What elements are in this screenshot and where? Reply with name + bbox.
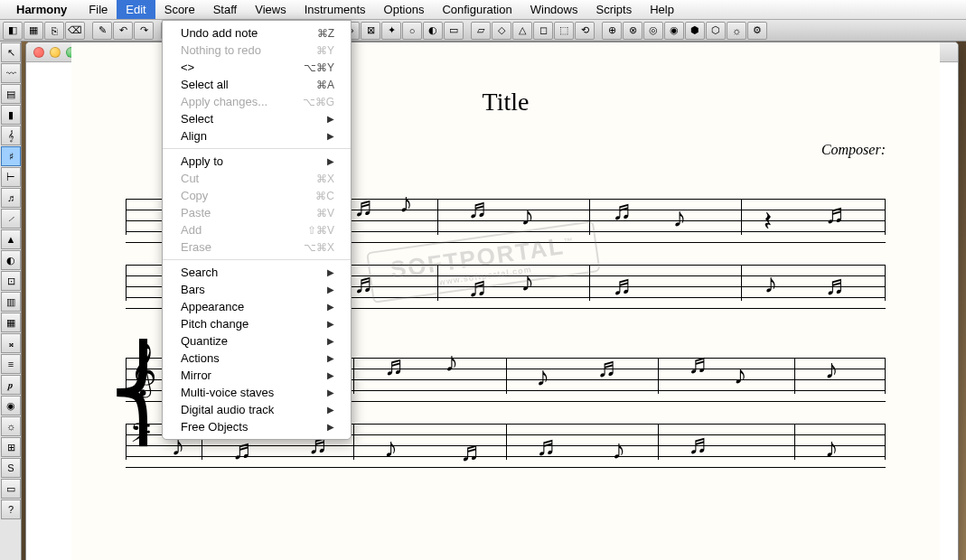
toolbar-button-17[interactable]: ✦ [381,22,401,40]
toolbar-button-23[interactable]: △ [512,22,532,40]
menuitem-erase: Erase⌥⌘X [163,238,351,256]
menuitem-select-all[interactable]: Select all⌘A [163,76,351,93]
menuitem-pitch-change[interactable]: Pitch change▶ [163,315,351,332]
toolbar-button-5[interactable]: ↶ [113,22,133,40]
palette-tool-6[interactable]: ⊢ [1,167,21,187]
palette-tool-10[interactable]: ◐ [1,250,21,270]
menu-configuration[interactable]: Configuration [433,0,521,19]
menuitem-actions[interactable]: Actions▶ [163,350,351,367]
toolbar-button-24[interactable]: ◻ [533,22,553,40]
menuitem-appearance[interactable]: Appearance▶ [163,298,351,315]
menu-edit[interactable]: Edit [117,0,155,19]
toolbar-button-19[interactable]: ◐ [423,22,443,40]
palette-tool-7[interactable]: ♬ [1,188,21,208]
palette-tool-8[interactable]: ⟋ [1,209,21,229]
toolbar-button-27[interactable]: ⊕ [602,22,622,40]
submenu-arrow-icon: ▶ [327,302,334,312]
palette-tool-17[interactable]: ◉ [1,396,21,415]
submenu-arrow-icon: ▶ [327,131,334,141]
toolbar-button-0[interactable]: ◧ [3,22,23,40]
menu-views[interactable]: Views [246,0,295,19]
palette-tool-14[interactable]: 𝄪 [1,333,21,353]
toolbar-button-32[interactable]: ⬡ [706,22,726,40]
submenu-arrow-icon: ▶ [327,319,334,329]
menuitem-copy: Copy⌘C [163,187,351,204]
shortcut-label: ⌘Z [317,27,334,40]
menu-file[interactable]: File [80,0,117,19]
toolbar-button-18[interactable]: ○ [402,22,422,40]
toolbar-button-34[interactable]: ⚙ [747,22,767,40]
palette-tool-11[interactable]: ⊡ [1,271,21,291]
menu-windows[interactable]: Windows [521,0,587,19]
menuitem-bars[interactable]: Bars▶ [163,281,351,298]
menu-separator [163,259,351,260]
toolbar-button-4[interactable]: ✎ [92,22,112,40]
toolbar-button-6[interactable]: ↷ [134,22,154,40]
close-button[interactable] [33,47,44,58]
submenu-arrow-icon: ▶ [327,285,334,294]
menuitem-search[interactable]: Search▶ [163,264,351,281]
toolbar-button-20[interactable]: ▭ [444,22,464,40]
menuitem-apply-to[interactable]: Apply to▶ [163,153,351,170]
palette-tool-19[interactable]: ⊞ [1,437,21,457]
toolbar-button-30[interactable]: ◉ [664,22,684,40]
menuitem--[interactable]: <>⌥⌘Y [163,59,351,76]
menuitem-mirror[interactable]: Mirror▶ [163,367,351,384]
toolbar-button-22[interactable]: ◇ [492,22,511,40]
menuitem-undo-add-note[interactable]: Undo add note⌘Z [163,24,351,42]
palette-tool-9[interactable]: ▲ [1,229,21,249]
toolbar-button-3[interactable]: ⌫ [65,22,85,40]
menu-instruments[interactable]: Instruments [295,0,375,19]
submenu-arrow-icon: ▶ [327,336,334,346]
menu-score[interactable]: Score [155,0,204,19]
toolbar-button-2[interactable]: ⎘ [44,22,64,40]
toolbar-button-29[interactable]: ◎ [643,22,663,40]
palette-tool-16[interactable]: 𝆏 [1,375,21,395]
palette-tool-12[interactable]: ▥ [1,292,21,312]
submenu-arrow-icon: ▶ [327,353,334,363]
app-name[interactable]: Harmony [16,3,67,16]
toolbar-button-33[interactable]: ☼ [727,22,746,40]
menu-options[interactable]: Options [375,0,434,19]
toolbar-button-28[interactable]: ⊗ [623,22,642,40]
toolbar-button-16[interactable]: ⊠ [361,22,380,40]
shortcut-label: ⌥⌘Y [304,61,334,74]
menu-staff[interactable]: Staff [204,0,247,19]
palette-tool-1[interactable]: 〰 [1,63,21,83]
menuitem-free-objects[interactable]: Free Objects▶ [163,418,351,435]
edit-menu-dropdown: Undo add note⌘ZNothing to redo⌘Y<>⌥⌘YSel… [162,20,352,440]
menuitem-quantize[interactable]: Quantize▶ [163,332,351,350]
submenu-arrow-icon: ▶ [327,114,334,124]
shortcut-label: ⌥⌘G [303,96,334,108]
submenu-arrow-icon: ▶ [327,156,334,166]
toolbar-button-1[interactable]: ▦ [23,22,43,40]
menuitem-nothing-to-redo: Nothing to redo⌘Y [163,42,351,59]
submenu-arrow-icon: ▶ [327,370,334,380]
palette-tool-3[interactable]: ▮ [1,105,21,125]
palette-tool-20[interactable]: S [1,458,21,478]
palette-tool-5[interactable]: ♯ [1,146,21,166]
palette-tool-18[interactable]: ☼ [1,416,21,436]
toolbar-button-21[interactable]: ▱ [471,22,491,40]
toolbar-button-26[interactable]: ⟲ [575,22,595,40]
menuitem-align[interactable]: Align▶ [163,127,351,145]
palette-tool-15[interactable]: ≡ [1,354,21,374]
submenu-arrow-icon: ▶ [327,405,334,415]
menuitem-digital-audio-track[interactable]: Digital audio track▶ [163,401,351,418]
menuitem-multi-voice-staves[interactable]: Multi-voice staves▶ [163,384,351,401]
palette-tool-13[interactable]: ▦ [1,313,21,332]
toolbar-button-25[interactable]: ⬚ [554,22,574,40]
menu-help[interactable]: Help [641,0,683,19]
palette-tool-21[interactable]: ▭ [1,479,21,499]
minimize-button[interactable] [50,47,61,58]
palette-tool-4[interactable]: 𝄞 [1,126,21,145]
palette-tool-0[interactable]: ↖ [1,42,21,62]
submenu-arrow-icon: ▶ [327,387,334,397]
toolbar-button-31[interactable]: ⬢ [685,22,705,40]
palette-tool-22[interactable]: ? [1,499,21,519]
menu-separator [163,148,351,149]
menuitem-select[interactable]: Select▶ [163,110,351,127]
menu-scripts[interactable]: Scripts [586,0,641,19]
palette-tool-2[interactable]: ▤ [1,84,21,104]
shortcut-label: ⌥⌘X [304,241,334,254]
